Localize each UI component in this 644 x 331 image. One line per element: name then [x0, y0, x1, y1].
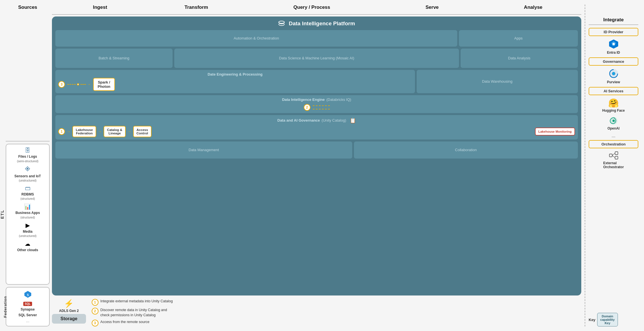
- clouds-label: Other clouds: [17, 248, 38, 252]
- badge-2: 2: [304, 104, 311, 111]
- entra-id-label: Entra ID: [607, 51, 620, 55]
- id-provider-group: ID Provider: [589, 28, 638, 36]
- purview-item: Purview: [589, 67, 638, 85]
- federation-box: Federation S SQL Synapse SQL Server ...: [6, 287, 50, 326]
- header-analyse: Analyse: [485, 5, 581, 15]
- governance-title-row: Data and AI Governance (Unity Catalog) 📋: [58, 117, 575, 124]
- synapse-label: Synapse: [21, 307, 35, 311]
- legend-text-2: Discover remote data in Unity Catalog an…: [100, 308, 167, 318]
- monitoring-box: Lakehouse Monitoring: [535, 128, 575, 136]
- domain-capability-box: Domain capability Key: [597, 313, 618, 326]
- media-icon: ▶: [26, 222, 30, 229]
- sqlserver-label: SQL Server: [18, 313, 37, 317]
- etl-label: ETL: [0, 210, 5, 219]
- platform-row-4: Data Intelligence Engine (Databricks IQ)…: [55, 95, 578, 113]
- automation-cell: Automation & Orchestration: [55, 30, 457, 47]
- files-sublabel: (semi-structured): [17, 160, 39, 163]
- engine-section: Data Intelligence Engine (Databricks IQ)…: [55, 95, 578, 113]
- sql-badge: SQL: [23, 302, 32, 306]
- source-item-files: 🗄 Files / Logs (semi-structured): [17, 147, 39, 163]
- governance-icon: 📋: [350, 117, 356, 124]
- platform-box: Data Intelligence Platform Automation & …: [52, 16, 581, 295]
- platform-row-6: Data Management Collaboration: [55, 141, 578, 159]
- openai-item: OpenAI: [589, 115, 638, 132]
- synapse-icon: S: [24, 290, 32, 300]
- sql-server-item: SQL: [23, 302, 32, 306]
- data-warehousing-cell: Data Warehousing: [417, 70, 578, 93]
- bizapps-label: Business Apps: [15, 211, 40, 215]
- clouds-icon: ☁: [25, 240, 30, 247]
- bottom-area: ⚡ ADLS Gen 2 Storage 1 Integrate externa…: [52, 299, 581, 326]
- source-item-clouds: ☁ Other clouds: [17, 240, 38, 252]
- lakehouse-monitoring-box: Lakehouse Monitoring: [535, 128, 575, 136]
- svg-point-0: [27, 168, 28, 170]
- source-item-rdbms: 🗃 RDBMS (structured): [20, 185, 35, 200]
- engineering-title: Date Engineering & Processing: [58, 72, 412, 76]
- platform-row-3: Date Engineering & Processing 3 →: [55, 70, 578, 93]
- platform-row-1: Automation & Orchestration Apps: [55, 30, 578, 47]
- legend-badge-1: 1: [92, 299, 98, 306]
- data-management-cell: Data Management: [55, 141, 352, 159]
- media-sublabel: (unstructured): [19, 234, 36, 238]
- arrow-1: →: [67, 129, 71, 134]
- svg-point-8: [279, 21, 284, 23]
- legend-item-2: 2 Discover remote data in Unity Catalog …: [92, 308, 581, 318]
- arrow-circle: [77, 83, 79, 86]
- governance-items: 1 → Lakehouse Federation → Catalog & Lin…: [58, 126, 575, 137]
- platform-title-icon: [278, 20, 286, 26]
- catalog-lineage-box: Catalog & Lineage: [104, 126, 126, 137]
- svg-rect-17: [615, 152, 618, 155]
- vertical-divider: [585, 5, 585, 326]
- bizapps-sublabel: (structured): [20, 216, 35, 219]
- lakehouse-federation-box: Lakehouse Federation: [72, 126, 96, 137]
- header-transform: Transform: [148, 5, 244, 15]
- orchestration-group: Orchestration: [589, 140, 638, 148]
- sensors-label: Sensors and IoT: [14, 174, 41, 178]
- platform-row-2: Batch & Streaming Data Science & Machine…: [55, 49, 578, 68]
- phase-headers-row: Ingest Transform Query / Process Serve A…: [52, 5, 581, 15]
- fed-dots: ...: [26, 318, 30, 323]
- svg-line-19: [612, 153, 615, 155]
- data-science-cell: Data Science & Machine Learning (Mosaic …: [174, 49, 459, 68]
- eng-arrow-area: →: [67, 82, 91, 86]
- legend-text-1: Integrate external metadata into Unity C…: [100, 299, 173, 304]
- files-label: Files / Logs: [18, 155, 37, 159]
- engineering-section: Date Engineering & Processing 3 →: [55, 70, 415, 93]
- batch-streaming-cell: Batch & Streaming: [55, 49, 173, 68]
- arrow-right: →: [87, 82, 91, 86]
- apps-cell: Apps: [459, 30, 578, 47]
- hugging-face-label: Hugging Face: [602, 109, 625, 113]
- adls-icon: ⚡: [64, 299, 74, 308]
- legend-badge-2: 2: [92, 308, 98, 315]
- svg-rect-18: [615, 156, 618, 159]
- header-ingest: Ingest: [52, 5, 148, 15]
- governance-sub: (Unity Catalog): [322, 118, 346, 122]
- hugging-face-item: 🤗 Hugging Face: [589, 97, 638, 114]
- header-query: Query / Process: [244, 5, 379, 15]
- ext-orchestrator-item: ExternalOrchestrator: [589, 150, 638, 170]
- federation-label: Federation: [3, 296, 7, 317]
- svg-point-11: [612, 43, 615, 45]
- files-icon: 🗄: [25, 147, 30, 154]
- source-item-sensors: Sensors and IoT (unstructured): [14, 166, 41, 182]
- sensors-sublabel: (unstructured): [19, 179, 36, 182]
- badge-1: 1: [58, 128, 65, 135]
- openai-icon: [609, 116, 618, 126]
- hugging-face-icon: 🤗: [608, 98, 619, 108]
- adls-label: ADLS Gen 2: [59, 309, 79, 313]
- platform-row-5: Data and AI Governance (Unity Catalog) 📋…: [55, 115, 578, 140]
- badge-3: 3: [58, 81, 65, 88]
- governance-group: Governance: [589, 57, 638, 66]
- rdbms-label: RDBMS: [22, 192, 34, 196]
- legend-text-3: Access from the remote source: [100, 320, 150, 325]
- access-control-box: Access Control: [133, 126, 152, 137]
- ai-dots: ...: [589, 133, 638, 138]
- legend-section: 1 Integrate external metadata into Unity…: [92, 299, 581, 326]
- data-analysis-cell: Data Analysis: [461, 49, 578, 68]
- engineering-inner: 3 → Spark / Photon: [58, 78, 412, 91]
- engine-title-row: Data Intelligence Engine (Databricks IQ): [58, 97, 575, 102]
- legend-item-1: 1 Integrate external metadata into Unity…: [92, 299, 581, 306]
- bizapps-icon: 📊: [24, 203, 31, 210]
- key-section: Key Domain capability Key: [589, 313, 638, 326]
- platform-title: Data Intelligence Platform: [55, 19, 578, 28]
